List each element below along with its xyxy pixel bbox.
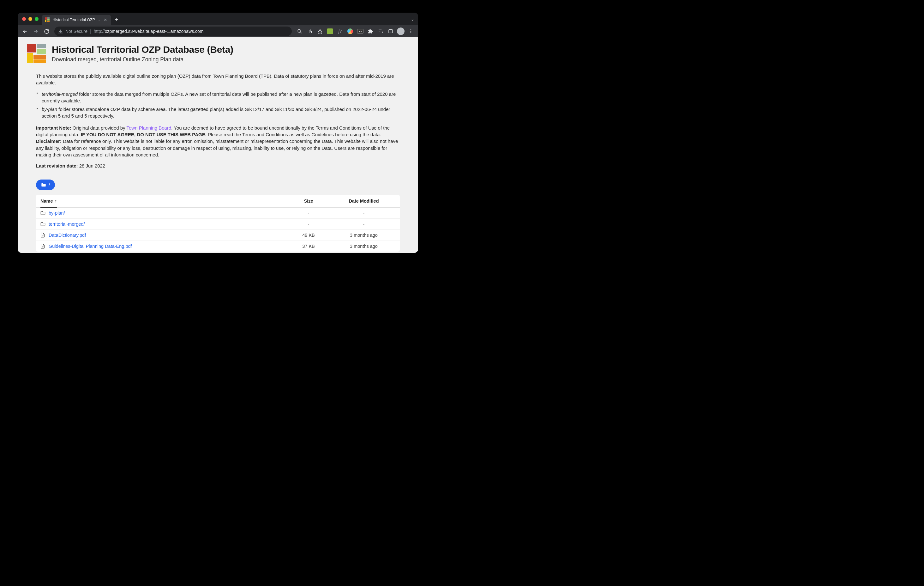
forward-button[interactable] — [31, 26, 40, 36]
tab-title: Historical Territorial OZP Data… — [53, 18, 101, 22]
column-date-header[interactable]: Date Modified — [332, 199, 395, 204]
toolbar-actions: f? — [295, 26, 416, 36]
file-name-cell: by-plan/ — [40, 210, 285, 215]
tab-close-button[interactable]: ✕ — [103, 17, 108, 22]
close-window-button[interactable] — [22, 17, 26, 21]
page-content: Historical Territorial OZP Database (Bet… — [18, 37, 418, 253]
reading-list-icon[interactable] — [376, 26, 385, 36]
folder-icon — [40, 210, 46, 215]
browser-window: Historical Territorial OZP Data… ✕ + ⌄ N… — [18, 13, 418, 253]
extension-1-icon[interactable] — [325, 26, 335, 36]
sort-arrow-icon: ↑ — [55, 199, 57, 203]
svg-rect-2 — [47, 19, 50, 21]
browser-toolbar: Not Secure | http://ozpmerged.s3-website… — [18, 25, 418, 37]
column-name-header[interactable]: Name ↑ — [40, 199, 57, 208]
intro-paragraph: This website stores the publicly availab… — [36, 73, 400, 86]
svg-rect-1 — [47, 17, 50, 19]
file-icon — [40, 233, 46, 238]
table-row: DataDictionary.pdf49 KB3 months ago — [36, 230, 400, 241]
file-date-cell: - — [332, 210, 395, 215]
not-secure-label: Not Secure — [65, 29, 87, 34]
extension-4-icon[interactable] — [356, 26, 365, 36]
tab-favicon — [45, 17, 50, 22]
maximize-window-button[interactable] — [35, 17, 38, 21]
file-name-cell: territorial-merged/ — [40, 222, 285, 227]
not-secure-icon — [58, 29, 63, 34]
revision-date: Last revision date: 28 Jun 2022 — [36, 162, 400, 169]
new-tab-button[interactable]: + — [111, 17, 122, 23]
address-separator: | — [90, 29, 91, 34]
file-size-cell: - — [285, 210, 332, 215]
file-icon — [40, 244, 46, 249]
file-size-cell: 37 KB — [285, 244, 332, 249]
svg-rect-6 — [389, 30, 393, 33]
address-url: http://ozpmerged.s3-website.ap-east-1.am… — [94, 29, 204, 34]
table-row: territorial-merged/-- — [36, 219, 400, 230]
town-planning-board-link[interactable]: Town Planning Board — [127, 125, 172, 131]
svg-rect-13 — [27, 53, 33, 63]
side-panel-icon[interactable] — [386, 26, 395, 36]
folder-icon — [40, 222, 46, 227]
breadcrumb-root[interactable]: / — [36, 180, 55, 190]
file-table: Name ↑ Size Date Modified by-plan/--terr… — [36, 195, 400, 252]
minimize-window-button[interactable] — [28, 17, 32, 21]
svg-rect-11 — [36, 44, 46, 48]
svg-rect-0 — [45, 17, 47, 20]
svg-rect-15 — [33, 60, 46, 63]
file-date-cell: 3 months ago — [332, 244, 395, 249]
table-row: Guidelines-Digital Planning Data-Eng.pdf… — [36, 241, 400, 252]
file-name-cell: DataDictionary.pdf — [40, 233, 285, 238]
file-date-cell: 3 months ago — [332, 233, 395, 238]
back-button[interactable] — [20, 26, 30, 36]
page-title: Historical Territorial OZP Database (Bet… — [52, 44, 233, 55]
menu-icon[interactable] — [406, 26, 416, 36]
svg-rect-3 — [45, 20, 46, 22]
tab-dropdown-button[interactable]: ⌄ — [411, 17, 414, 22]
extension-2-icon[interactable]: f? — [335, 26, 345, 36]
svg-rect-4 — [47, 21, 50, 22]
page-body: This website stores the publicly availab… — [36, 73, 400, 169]
site-logo — [27, 44, 47, 64]
share-icon[interactable] — [305, 26, 315, 36]
table-header: Name ↑ Size Date Modified — [36, 195, 400, 208]
file-link[interactable]: DataDictionary.pdf — [49, 233, 86, 238]
svg-point-9 — [411, 32, 411, 33]
page-header: Historical Territorial OZP Database (Bet… — [27, 44, 409, 64]
browser-tab[interactable]: Historical Territorial OZP Data… ✕ — [42, 15, 111, 25]
extensions-puzzle-icon[interactable] — [366, 26, 375, 36]
table-row: by-plan/-- — [36, 208, 400, 219]
file-size-cell: - — [285, 222, 332, 227]
file-link[interactable]: Guidelines-Digital Planning Data-Eng.pdf — [49, 244, 132, 249]
svg-rect-14 — [33, 55, 46, 59]
address-bar[interactable]: Not Secure | http://ozpmerged.s3-website… — [54, 26, 292, 36]
extension-3-icon[interactable] — [345, 26, 355, 36]
profile-avatar[interactable] — [396, 26, 406, 36]
file-link[interactable]: territorial-merged/ — [49, 222, 85, 227]
folder-icon — [41, 183, 46, 187]
zoom-icon[interactable] — [295, 26, 304, 36]
page-viewport[interactable]: Historical Territorial OZP Database (Bet… — [18, 37, 418, 253]
file-name-cell: Guidelines-Digital Planning Data-Eng.pdf — [40, 244, 285, 249]
reload-button[interactable] — [42, 26, 51, 36]
bookmark-icon[interactable] — [315, 26, 325, 36]
important-note: Important Note: Original data provided b… — [36, 124, 400, 158]
svg-rect-12 — [36, 49, 46, 55]
file-date-cell: - — [332, 222, 395, 227]
bullet-territorial: territorial-merged folder stores the dat… — [36, 91, 400, 104]
tab-bar: Historical Territorial OZP Data… ✕ + ⌄ — [18, 13, 418, 25]
svg-point-8 — [411, 31, 411, 32]
bullet-by-plan: by-plan folder stores standalone OZP dat… — [36, 106, 400, 119]
svg-point-7 — [411, 30, 411, 30]
window-controls — [20, 17, 42, 21]
file-size-cell: 49 KB — [285, 233, 332, 238]
column-size-header[interactable]: Size — [285, 199, 332, 204]
file-link[interactable]: by-plan/ — [49, 210, 65, 215]
svg-rect-10 — [27, 44, 36, 53]
svg-point-5 — [298, 30, 300, 32]
breadcrumb-label: / — [49, 182, 50, 187]
page-subtitle: Download merged, territorial Outline Zon… — [52, 56, 233, 63]
